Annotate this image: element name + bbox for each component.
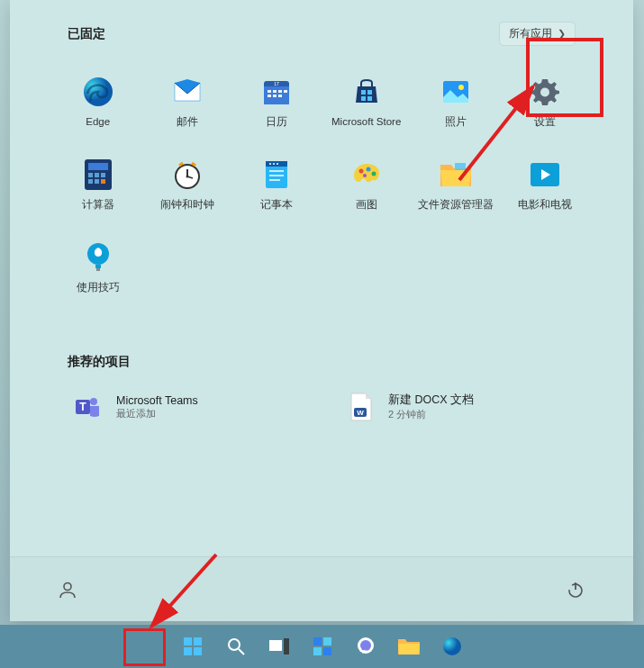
start-menu: 已固定 所有应用 ❯ Edge 邮件 17 日历 xyxy=(10,0,633,621)
app-label: 使用技巧 xyxy=(77,282,120,294)
search-icon xyxy=(226,636,246,656)
svg-text:17: 17 xyxy=(275,81,280,86)
app-label: 记事本 xyxy=(260,199,293,212)
rec-sub: 最近添加 xyxy=(116,407,198,420)
app-explorer[interactable]: 文件资源管理器 xyxy=(411,145,500,226)
widgets-icon xyxy=(312,636,333,657)
taskbar-start-button[interactable] xyxy=(175,628,211,664)
app-tips[interactable]: 使用技巧 xyxy=(53,228,142,309)
svg-point-41 xyxy=(363,174,367,177)
svg-point-16 xyxy=(458,85,464,90)
svg-point-39 xyxy=(366,167,370,172)
svg-rect-67 xyxy=(323,647,331,655)
app-settings[interactable]: 设置 xyxy=(501,62,590,143)
pinned-title: 已固定 xyxy=(68,26,105,42)
recommended-title: 推荐的项目 xyxy=(68,354,576,370)
taskbar-taskview-button[interactable] xyxy=(261,628,297,664)
rec-sub: 2 分钟前 xyxy=(388,408,474,421)
svg-line-61 xyxy=(239,649,244,654)
svg-rect-64 xyxy=(313,637,322,645)
svg-text:T: T xyxy=(79,401,86,413)
svg-rect-11 xyxy=(361,90,366,95)
app-label: 计算器 xyxy=(82,199,114,212)
taskbar-chat-button[interactable] xyxy=(348,628,384,664)
chat-icon xyxy=(355,636,376,657)
app-notepad[interactable]: 记事本 xyxy=(232,145,322,226)
app-label: Edge xyxy=(86,116,110,129)
svg-rect-5 xyxy=(278,90,282,93)
svg-point-60 xyxy=(229,639,240,650)
edge-icon xyxy=(81,75,115,109)
svg-rect-46 xyxy=(96,268,100,271)
taskbar-explorer-button[interactable] xyxy=(391,628,427,664)
user-account-button[interactable] xyxy=(50,572,86,608)
app-paint[interactable]: 画图 xyxy=(322,145,411,226)
app-photos[interactable]: 照片 xyxy=(411,62,500,143)
calculator-icon xyxy=(81,158,115,192)
svg-point-36 xyxy=(273,163,275,165)
svg-rect-12 xyxy=(367,90,372,95)
svg-point-69 xyxy=(360,640,371,651)
svg-rect-23 xyxy=(88,179,93,184)
svg-rect-58 xyxy=(184,647,192,655)
app-calculator[interactable]: 计算器 xyxy=(53,145,142,226)
settings-icon xyxy=(528,75,562,109)
rec-item-docx[interactable]: W 新建 DOCX 文档 2 分钟前 xyxy=(340,386,576,428)
rec-item-teams[interactable]: T Microsoft Teams 最近添加 xyxy=(68,386,304,428)
app-movies[interactable]: 电影和电视 xyxy=(501,145,590,226)
rec-title: Microsoft Teams xyxy=(116,394,198,407)
svg-rect-45 xyxy=(95,265,101,268)
svg-point-37 xyxy=(277,163,278,165)
windows-icon xyxy=(182,636,204,657)
app-label: 照片 xyxy=(445,116,467,129)
app-label: 画图 xyxy=(356,199,377,212)
app-label: 邮件 xyxy=(177,116,198,129)
app-label: Microsoft Store xyxy=(331,116,401,129)
store-icon xyxy=(349,75,384,109)
paint-icon xyxy=(349,158,384,192)
svg-rect-56 xyxy=(184,637,192,645)
svg-rect-63 xyxy=(284,638,289,654)
clock-icon xyxy=(170,158,204,192)
taskbar-widgets-button[interactable] xyxy=(304,628,340,664)
folder-icon xyxy=(397,636,421,656)
mail-icon xyxy=(170,75,204,109)
rec-text: Microsoft Teams 最近添加 xyxy=(116,394,198,420)
app-mail[interactable]: 邮件 xyxy=(142,62,231,143)
start-footer xyxy=(10,556,633,621)
app-store[interactable]: Microsoft Store xyxy=(322,62,411,143)
svg-rect-42 xyxy=(455,163,466,170)
edge-icon xyxy=(441,636,463,657)
svg-rect-4 xyxy=(273,90,277,93)
recommended-grid: T Microsoft Teams 最近添加 W 新建 DOCX 文档 2 分钟… xyxy=(68,386,576,428)
pinned-header: 已固定 所有应用 ❯ xyxy=(42,22,601,46)
app-label: 闹钟和时钟 xyxy=(160,199,214,212)
app-clock[interactable]: 闹钟和时钟 xyxy=(142,145,231,226)
tips-icon xyxy=(81,240,115,275)
svg-point-49 xyxy=(90,398,97,405)
svg-rect-7 xyxy=(268,95,271,97)
taskbar-search-button[interactable] xyxy=(218,628,254,664)
svg-rect-24 xyxy=(95,179,99,184)
svg-point-35 xyxy=(269,163,271,165)
all-apps-button[interactable]: 所有应用 ❯ xyxy=(499,22,576,46)
notepad-icon xyxy=(259,158,294,192)
app-label: 文件资源管理器 xyxy=(418,199,494,212)
svg-rect-59 xyxy=(194,647,202,655)
movies-icon xyxy=(528,158,562,192)
svg-rect-66 xyxy=(313,647,322,655)
app-edge[interactable]: Edge xyxy=(53,62,142,143)
power-button[interactable] xyxy=(558,572,594,608)
svg-rect-9 xyxy=(278,95,282,97)
teams-icon: T xyxy=(73,392,104,422)
svg-point-40 xyxy=(371,172,376,176)
calendar-icon: 17 xyxy=(259,75,294,109)
pinned-grid: Edge 邮件 17 日历 Microsoft Store 照片 xyxy=(42,62,601,309)
svg-text:W: W xyxy=(357,409,364,417)
svg-rect-3 xyxy=(268,90,271,93)
app-calendar[interactable]: 17 日历 xyxy=(232,62,322,143)
taskbar-edge-button[interactable] xyxy=(434,628,470,664)
rec-title: 新建 DOCX 文档 xyxy=(388,393,474,408)
svg-point-17 xyxy=(540,88,549,97)
svg-point-38 xyxy=(358,169,363,174)
